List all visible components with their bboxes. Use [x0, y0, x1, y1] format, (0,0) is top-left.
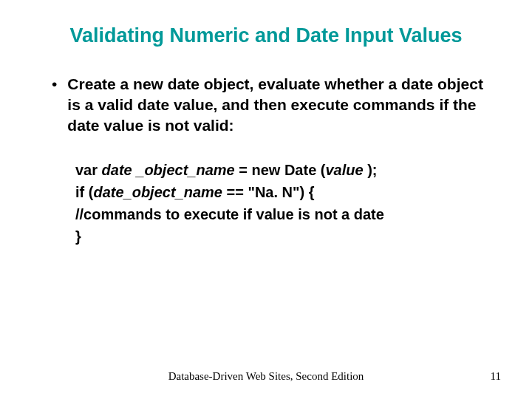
code-line-1: var date _object_name = new Date (value … [75, 159, 488, 181]
bullet-text: Create a new date object, evaluate wheth… [67, 74, 488, 137]
code-line-3: //commands to execute if value is not a … [75, 203, 488, 225]
code-block: var date _object_name = new Date (value … [75, 159, 488, 248]
slide-body: • Create a new date object, evaluate whe… [0, 49, 532, 248]
footer-source: Database-Driven Web Sites, Second Editio… [0, 370, 532, 383]
bullet-item: • Create a new date object, evaluate whe… [53, 74, 488, 137]
slide-title: Validating Numeric and Date Input Values [0, 0, 532, 49]
bullet-dot-icon: • [52, 74, 57, 95]
page-number: 11 [491, 370, 501, 383]
code-line-2: if (date_object_name == "Na. N") { [75, 181, 488, 203]
code-line-4: } [75, 225, 488, 248]
